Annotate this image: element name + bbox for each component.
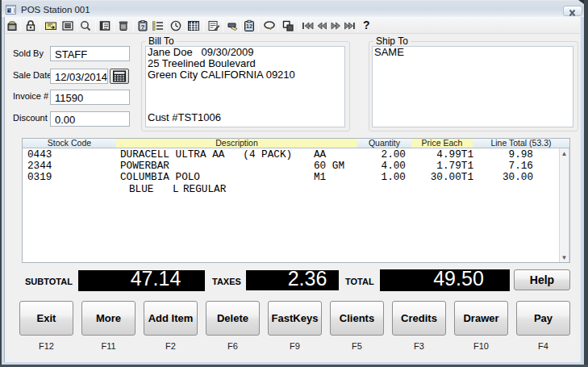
svg-text:?: ? — [141, 23, 145, 31]
svg-text:12: 12 — [246, 23, 252, 29]
